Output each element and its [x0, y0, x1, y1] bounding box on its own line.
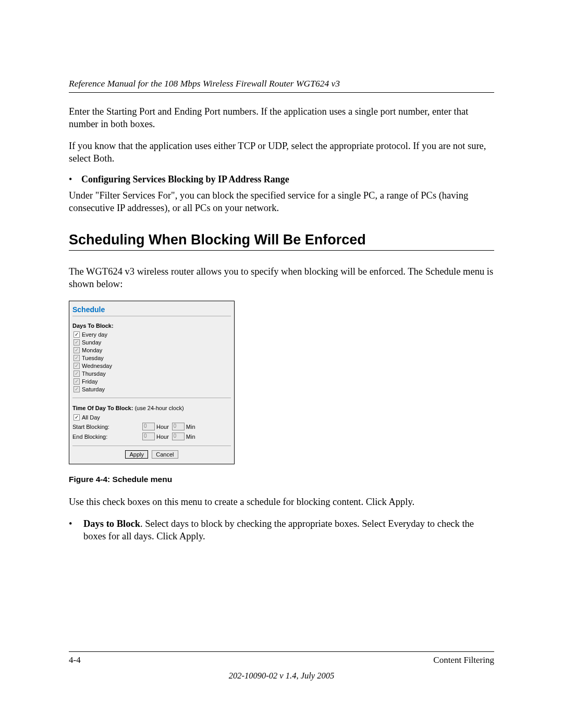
bullet-marker: •: [69, 517, 83, 542]
start-hour-input[interactable]: 0: [142, 423, 155, 430]
page-footer: 4-4 Content Filtering 202-10090-02 v 1.4…: [69, 651, 494, 681]
day-label-wednesday: Wednesday: [82, 363, 112, 369]
end-min-input[interactable]: 0: [172, 433, 185, 440]
day-label-thursday: Thursday: [82, 371, 106, 377]
days-to-block-label: Days to Block: [83, 519, 140, 529]
footer-rule: [69, 651, 494, 652]
paragraph-use-checkboxes: Use this check boxes on this menu to cre…: [69, 496, 494, 508]
day-row-thursday: ✓ Thursday: [72, 371, 231, 377]
header-rule: [69, 92, 494, 93]
paragraph-ports: Enter the Starting Port and Ending Port …: [69, 105, 494, 130]
checkbox-sunday[interactable]: ✓: [74, 339, 80, 346]
footer-row: 4-4 Content Filtering: [69, 655, 494, 665]
paragraph-protocol: If you know that the application uses ei…: [69, 140, 494, 165]
day-row-tuesday: ✓ Tuesday: [72, 355, 231, 361]
all-day-row: ✓ All Day: [72, 414, 231, 421]
checkbox-all-day[interactable]: ✓: [74, 414, 80, 421]
days-to-block-label: Days To Block:: [72, 323, 231, 329]
start-blocking-label: Start Blocking:: [72, 424, 142, 430]
time-of-day-hint: (use 24-hour clock): [133, 405, 183, 411]
schedule-mid-separator: [72, 398, 231, 398]
bullet-marker: •: [69, 174, 81, 185]
days-to-block-text: Days to Block. Select days to block by c…: [83, 517, 494, 542]
schedule-title: Schedule: [72, 305, 231, 314]
footer-section-name: Content Filtering: [433, 655, 494, 665]
day-row-friday: ✓ Friday: [72, 378, 231, 385]
schedule-title-separator: [72, 316, 231, 316]
day-label-everyday: Every day: [82, 331, 107, 338]
footer-page-number: 4-4: [69, 655, 81, 665]
day-row-wednesday: ✓ Wednesday: [72, 363, 231, 369]
bullet-heading-text: Configuring Services Blocking by IP Addr…: [81, 174, 289, 185]
paragraph-schedule-intro: The WGT624 v3 wireless router allows you…: [69, 265, 494, 290]
checkbox-saturday[interactable]: ✓: [74, 386, 80, 392]
checkbox-everyday[interactable]: ✓: [74, 331, 80, 338]
start-blocking-row: Start Blocking: 0 Hour 0 Min: [72, 423, 231, 430]
day-row-monday: ✓ Monday: [72, 347, 231, 353]
bullet-config-services: • Configuring Services Blocking by IP Ad…: [69, 174, 494, 185]
time-of-day-label: Time Of Day To Block:: [72, 405, 133, 411]
days-to-block-bullet: • Days to Block. Select days to block by…: [69, 517, 494, 542]
schedule-bottom-separator: [72, 446, 231, 446]
checkbox-friday[interactable]: ✓: [74, 378, 80, 385]
start-min-unit: Min: [186, 424, 195, 430]
cancel-button[interactable]: Cancel: [152, 450, 178, 459]
checkbox-wednesday[interactable]: ✓: [74, 363, 80, 369]
schedule-screenshot: Schedule Days To Block: ✓ Every day ✓ Su…: [69, 301, 235, 464]
figure-caption: Figure 4-4: Schedule menu: [69, 475, 494, 484]
section-rule: [69, 250, 494, 251]
day-row-saturday: ✓ Saturday: [72, 386, 231, 392]
day-row-sunday: ✓ Sunday: [72, 339, 231, 346]
checkbox-monday[interactable]: ✓: [74, 347, 80, 353]
day-label-friday: Friday: [82, 378, 98, 385]
time-of-day-label-row: Time Of Day To Block: (use 24-hour clock…: [72, 404, 231, 412]
end-min-unit: Min: [186, 434, 195, 440]
day-row-everyday: ✓ Every day: [72, 331, 231, 338]
checkbox-tuesday[interactable]: ✓: [74, 355, 80, 361]
checkbox-thursday[interactable]: ✓: [74, 371, 80, 377]
section-heading-scheduling: Scheduling When Blocking Will Be Enforce…: [69, 232, 494, 248]
start-min-input[interactable]: 0: [172, 423, 185, 430]
end-hour-input[interactable]: 0: [142, 433, 155, 440]
end-blocking-row: End Blocking: 0 Hour 0 Min: [72, 433, 231, 440]
end-blocking-label: End Blocking:: [72, 434, 142, 440]
day-label-saturday: Saturday: [82, 386, 105, 392]
end-hour-unit: Hour: [156, 434, 169, 440]
schedule-button-bar: Apply Cancel: [72, 450, 231, 459]
page-header-title: Reference Manual for the 108 Mbps Wirele…: [69, 78, 494, 89]
paragraph-filter-services: Under "Filter Services For", you can blo…: [69, 189, 494, 214]
day-label-tuesday: Tuesday: [82, 355, 104, 361]
apply-button[interactable]: Apply: [125, 450, 148, 459]
day-label-sunday: Sunday: [82, 339, 101, 346]
start-hour-unit: Hour: [156, 424, 169, 430]
footer-version: 202-10090-02 v 1.4, July 2005: [69, 671, 494, 681]
all-day-label: All Day: [82, 414, 100, 421]
document-page: Reference Manual for the 108 Mbps Wirele…: [0, 0, 563, 728]
day-label-monday: Monday: [82, 347, 102, 353]
days-to-block-desc: . Select days to block by checking the a…: [83, 519, 474, 541]
